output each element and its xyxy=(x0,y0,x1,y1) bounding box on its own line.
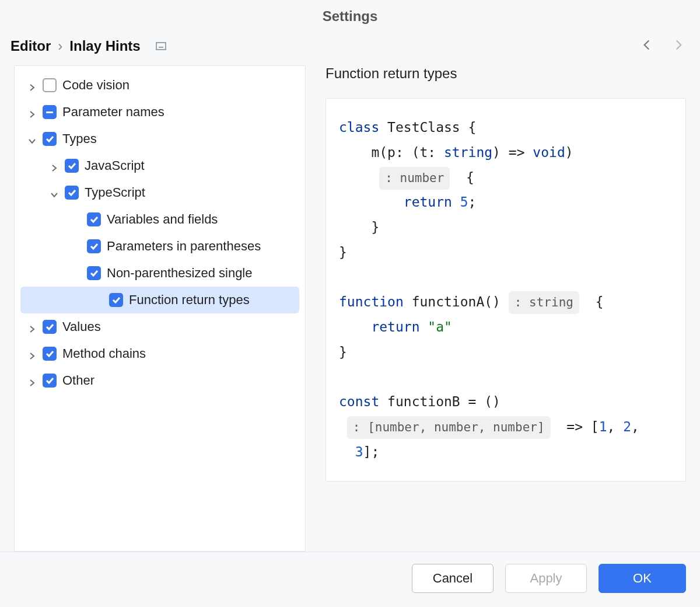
checkbox-types[interactable] xyxy=(43,132,57,146)
tree-item-javascript[interactable]: JavaScript xyxy=(15,152,305,179)
spacer-icon xyxy=(72,215,81,224)
tree-item-label: Function return types xyxy=(129,292,250,308)
code-token xyxy=(339,319,371,334)
tree-item-typescript[interactable]: TypeScript xyxy=(15,179,305,206)
checkbox-parameter-names[interactable] xyxy=(43,105,57,119)
tree-item-label: TypeScript xyxy=(85,185,145,200)
chevron-right-icon: › xyxy=(58,38,62,54)
tree-item-label: Non-parenthesized single xyxy=(107,266,253,281)
settings-tree[interactable]: Code vision Parameter names Types JavaSc… xyxy=(14,65,306,552)
tree-item-parameter-names[interactable]: Parameter names xyxy=(15,99,305,125)
breadcrumb-leaf: Inlay Hints xyxy=(69,38,140,54)
code-token: "a" xyxy=(428,319,452,334)
code-token: class xyxy=(339,120,379,135)
tree-item-label: Parameter names xyxy=(62,104,164,120)
inlay-hint: : [number, number, number] xyxy=(347,416,551,439)
code-token: const xyxy=(339,394,379,409)
apply-button: Apply xyxy=(505,564,587,593)
detail-title: Function return types xyxy=(326,65,686,82)
tree-item-types[interactable]: Types xyxy=(15,125,305,152)
code-token: ) xyxy=(565,145,573,160)
code-token: , xyxy=(631,419,639,434)
code-token: ; xyxy=(468,194,477,210)
breadcrumb-root[interactable]: Editor xyxy=(10,38,51,54)
layout-icon[interactable] xyxy=(156,42,166,50)
checkbox-code-vision[interactable] xyxy=(43,78,57,92)
nav-forward-button xyxy=(671,37,686,55)
spacer-icon xyxy=(94,295,103,305)
checkbox-parameters[interactable] xyxy=(87,239,101,253)
chevron-down-icon[interactable] xyxy=(27,134,37,144)
checkbox-typescript[interactable] xyxy=(65,186,79,200)
ok-button[interactable]: OK xyxy=(598,564,686,593)
tree-item-nonparen[interactable]: Non-parenthesized single xyxy=(15,260,305,287)
tree-item-label: Variables and fields xyxy=(107,212,218,227)
code-token: } xyxy=(339,219,379,235)
checkbox-return-types[interactable] xyxy=(109,293,123,307)
tree-item-other[interactable]: Other xyxy=(15,367,305,394)
code-token: } xyxy=(339,344,347,360)
nav-back-button[interactable] xyxy=(639,37,654,55)
code-token xyxy=(339,444,355,459)
tree-item-label: Parameters in parentheses xyxy=(107,239,261,254)
chevron-right-icon[interactable] xyxy=(27,349,37,358)
code-token: 1 xyxy=(599,419,607,434)
code-token: functionA() xyxy=(404,294,509,309)
checkbox-other[interactable] xyxy=(43,374,57,388)
code-token: { xyxy=(579,294,604,309)
code-token: functionB = () xyxy=(379,394,501,409)
code-token: TestClass { xyxy=(379,120,476,135)
checkbox-method-chains[interactable] xyxy=(43,347,57,361)
tree-item-label: Values xyxy=(62,319,101,334)
chevron-right-icon[interactable] xyxy=(27,376,37,385)
code-token: => [ xyxy=(551,419,599,434)
checkbox-variables[interactable] xyxy=(87,212,101,226)
tree-item-label: Other xyxy=(62,373,94,388)
code-token: 5 xyxy=(460,194,468,210)
code-token xyxy=(452,194,460,210)
chevron-right-icon[interactable] xyxy=(27,322,37,332)
checkbox-values[interactable] xyxy=(43,320,57,334)
tree-item-label: Code vision xyxy=(62,78,130,93)
inlay-hint: : string xyxy=(509,291,579,314)
code-token: m(p: (t: xyxy=(339,145,444,160)
code-token: 2 xyxy=(623,419,631,434)
chevron-down-icon[interactable] xyxy=(50,188,59,197)
tree-item-return-types[interactable]: Function return types xyxy=(20,287,299,313)
tree-item-label: JavaScript xyxy=(85,158,145,173)
code-token: 3 xyxy=(355,444,363,459)
code-preview: class TestClass { m(p: (t: string) => vo… xyxy=(326,98,686,482)
code-token xyxy=(339,194,404,210)
window-title: Settings xyxy=(0,0,700,29)
code-token: function xyxy=(339,294,404,309)
tree-item-label: Method chains xyxy=(62,346,146,361)
spacer-icon xyxy=(72,268,81,278)
breadcrumb: Editor › Inlay Hints xyxy=(10,38,166,54)
chevron-right-icon[interactable] xyxy=(27,107,37,117)
code-token xyxy=(419,319,428,334)
tree-item-label: Types xyxy=(62,131,97,146)
code-token: , xyxy=(607,419,624,434)
code-token: ]; xyxy=(363,444,380,459)
code-token: return xyxy=(371,319,419,334)
chevron-right-icon[interactable] xyxy=(27,81,37,90)
tree-item-parameters[interactable]: Parameters in parentheses xyxy=(15,233,305,260)
tree-item-code-vision[interactable]: Code vision xyxy=(15,72,305,99)
cancel-button[interactable]: Cancel xyxy=(412,564,494,593)
code-token: { xyxy=(450,170,474,185)
code-token: ) => xyxy=(492,145,533,160)
spacer-icon xyxy=(72,242,81,251)
checkbox-nonparen[interactable] xyxy=(87,266,101,280)
code-token: void xyxy=(533,145,565,160)
code-token: string xyxy=(444,145,492,160)
tree-item-variables[interactable]: Variables and fields xyxy=(15,206,305,233)
checkbox-javascript[interactable] xyxy=(65,159,79,173)
tree-item-values[interactable]: Values xyxy=(15,313,305,340)
code-token: } xyxy=(339,245,347,260)
inlay-hint: : number xyxy=(379,167,450,190)
tree-item-method-chains[interactable]: Method chains xyxy=(15,340,305,367)
chevron-right-icon[interactable] xyxy=(50,161,59,170)
code-token: return xyxy=(404,194,452,210)
